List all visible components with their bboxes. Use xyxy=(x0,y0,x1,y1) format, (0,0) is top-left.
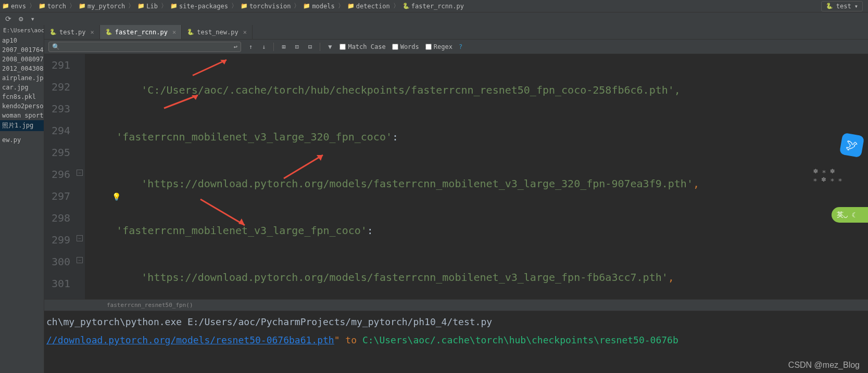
run-configuration[interactable]: 🐍 test ▾ xyxy=(821,1,863,11)
fold-minus-icon[interactable]: − xyxy=(77,170,83,176)
list-item[interactable]: car.jpg xyxy=(0,83,44,92)
terminal-output[interactable]: ch\my_pytorch\python.exe E:/Users/aoc/Py… xyxy=(44,311,868,373)
list-item[interactable]: 照片1.jpg xyxy=(0,120,44,131)
settings-icon[interactable]: ⚙ xyxy=(19,15,23,23)
folder-icon: 📁 xyxy=(2,3,9,9)
arrow-up-icon[interactable]: ↑ xyxy=(247,43,254,50)
folder-icon: 📁 xyxy=(347,3,355,9)
python-file-icon: 🐍 xyxy=(187,29,194,35)
folder-icon: 📁 xyxy=(137,3,145,9)
code-editor[interactable]: 291 292 293 294 295 296 297 298 299 300 … xyxy=(44,54,868,299)
python-file-icon: 🐍 xyxy=(49,29,57,35)
folder-icon: 📁 xyxy=(79,3,86,9)
arrow-down-icon[interactable]: ↓ xyxy=(260,43,267,50)
toolbar: ⟳ ⚙ ▾ xyxy=(0,12,868,25)
words-checkbox[interactable]: Words xyxy=(392,43,419,50)
sync-icon[interactable]: ⟳ xyxy=(5,15,11,23)
watermark: CSDN @mez_Blog xyxy=(788,361,860,370)
python-file-icon: 🐍 xyxy=(105,29,112,35)
help-icon[interactable]: ? xyxy=(459,43,462,50)
fold-minus-icon[interactable]: − xyxy=(77,257,83,263)
find-input-wrapper[interactable]: 🔍 ↩ xyxy=(48,42,241,52)
decorative-dandelion: ✽ ⁎ ✽⁎ ✽ ⁎ ⁎ xyxy=(813,166,842,183)
chevron-down-icon: ▾ xyxy=(854,3,858,10)
remove-selection-icon[interactable]: ⊟ xyxy=(307,43,313,50)
folder-icon: 📁 xyxy=(39,3,46,9)
close-icon[interactable]: × xyxy=(243,29,247,36)
folder-icon: 📁 xyxy=(303,3,310,9)
line-gutter: 291 292 293 294 295 296 297 298 299 300 … xyxy=(44,54,76,299)
code-breadcrumb[interactable]: fasterrcnn_resnet50_fpn() xyxy=(44,299,868,311)
tab-test-new[interactable]: 🐍 test_new.py × xyxy=(182,25,253,39)
folder-icon: 📁 xyxy=(170,3,178,9)
intention-bulb-icon[interactable]: 💡 xyxy=(112,192,121,201)
list-item[interactable]: ew.py xyxy=(0,135,44,145)
xunlei-icon[interactable]: 🕊 xyxy=(839,133,865,158)
search-icon: 🔍 xyxy=(52,43,60,50)
find-bar: 🔍 ↩ ↑ ↓ ⊞ ⊡ ⊟ ▼ Match Case Words Regex ? xyxy=(44,40,868,54)
match-case-checkbox[interactable]: Match Case xyxy=(339,43,385,50)
list-item[interactable]: airplane.jpg xyxy=(0,73,44,83)
editor-tabs: 🐍 test.py × 🐍 faster_rcnn.py × 🐍 test_ne… xyxy=(44,25,868,40)
python-file-icon: 🐍 xyxy=(402,3,410,9)
list-item[interactable]: 2012_004308.jp xyxy=(0,64,44,73)
find-input[interactable] xyxy=(60,43,234,50)
filter-icon[interactable]: ▼ xyxy=(326,43,333,50)
list-item[interactable]: kendo2person.jp xyxy=(0,101,44,111)
breadcrumb-bar: 📁envs〉 📁torch〉 📁my_pytorch〉 📁Lib〉 📁site-… xyxy=(0,0,868,12)
chevron-down-icon[interactable]: ▾ xyxy=(30,15,34,23)
tab-test[interactable]: 🐍 test.py × xyxy=(44,25,100,39)
regex-checkbox[interactable]: Regex xyxy=(425,43,452,50)
select-all-icon[interactable]: ⊞ xyxy=(280,43,287,50)
folder-icon: 📁 xyxy=(241,3,248,9)
breadcrumb[interactable]: 📁envs〉 📁torch〉 📁my_pytorch〉 📁Lib〉 📁site-… xyxy=(0,2,464,10)
list-item[interactable]: fcn8s.pkl xyxy=(0,92,44,101)
sidebar-path: E:\Users\aoc\Py... xyxy=(0,25,44,36)
list-item[interactable]: ap10 xyxy=(0,36,44,45)
tab-faster-rcnn[interactable]: 🐍 faster_rcnn.py × xyxy=(100,25,182,39)
ime-badge[interactable]: 英 ◡ ☾ xyxy=(832,207,868,223)
list-item[interactable]: 2007_001764.jp xyxy=(0,45,44,55)
add-selection-icon[interactable]: ⊡ xyxy=(294,43,300,50)
list-item[interactable]: 2008_008097.jp xyxy=(0,55,44,64)
list-item[interactable]: woman sport.jpg xyxy=(0,111,44,120)
close-icon[interactable]: × xyxy=(91,29,94,36)
fold-minus-icon[interactable]: − xyxy=(77,235,83,241)
fold-column[interactable]: − − − xyxy=(76,54,85,299)
project-sidebar[interactable]: E:\Users\aoc\Py... ap10 2007_001764.jp 2… xyxy=(0,25,44,373)
file-list[interactable]: ap10 2007_001764.jp 2008_008097.jp 2012_… xyxy=(0,36,44,145)
history-icon[interactable]: ↩ xyxy=(234,43,237,50)
close-icon[interactable]: × xyxy=(172,29,176,36)
python-icon: 🐍 xyxy=(826,3,833,9)
